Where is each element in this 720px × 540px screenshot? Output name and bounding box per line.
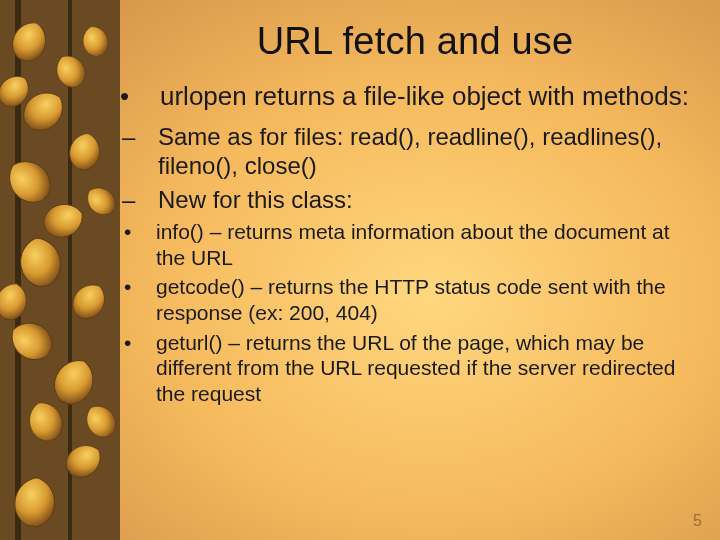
bullet-level2-b: –New for this class: [140, 186, 690, 215]
slide-number: 5 [693, 512, 702, 530]
bullet-level3-c: •geturl() – returns the URL of the page,… [140, 330, 690, 407]
bullet-level2-b-text: New for this class: [158, 186, 353, 213]
dash-icon: – [140, 123, 158, 152]
bullet-dot-icon: • [140, 330, 156, 356]
slide-title: URL fetch and use [140, 20, 690, 63]
bullet-level1-text: urlopen returns a file-like object with … [160, 81, 689, 111]
leaves-decoration [0, 0, 120, 540]
bullet-dot-icon: • [140, 81, 160, 113]
bullet-dot-icon: • [140, 219, 156, 245]
bullet-level3-c-text: geturl() – returns the URL of the page, … [156, 331, 675, 405]
bullet-level2-a: –Same as for files: read(), readline(), … [140, 123, 690, 181]
slide-content: URL fetch and use •urlopen returns a fil… [120, 0, 720, 540]
bullet-level3-a: •info() – returns meta information about… [140, 219, 690, 270]
bullet-dot-icon: • [140, 274, 156, 300]
dash-icon: – [140, 186, 158, 215]
bullet-level3-b-text: getcode() – returns the HTTP status code… [156, 275, 666, 324]
bullet-level1: •urlopen returns a file-like object with… [140, 81, 690, 113]
bullet-level2-a-text: Same as for files: read(), readline(), r… [158, 123, 662, 179]
bullet-level3-b: •getcode() – returns the HTTP status cod… [140, 274, 690, 325]
bullet-level3-a-text: info() – returns meta information about … [156, 220, 670, 269]
